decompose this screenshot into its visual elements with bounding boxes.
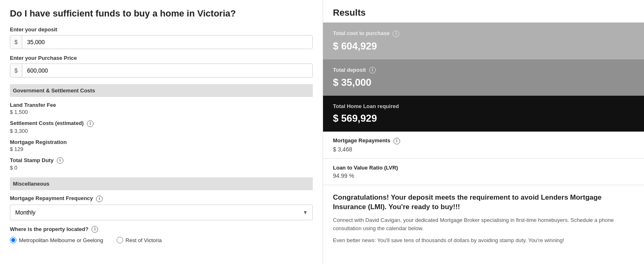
deposit-prefix: $ (10, 35, 22, 49)
location-metro-option[interactable]: Metropolitan Melbourne or Geelong (10, 237, 103, 243)
total-deposit-label: Total deposit i (333, 67, 634, 74)
lvr-detail: Loan to Value Ratio (LVR) 94.99 % (323, 159, 644, 185)
location-rest-radio[interactable] (117, 237, 123, 243)
home-loan-value: $ 569,929 (333, 113, 634, 124)
total-cost-value: $ 604,929 (333, 40, 634, 52)
repayment-freq-select-wrapper: Monthly Fortnightly Weekly ▼ (10, 205, 313, 220)
location-group: Where is the property located? i Metropo… (10, 226, 313, 244)
total-cost-box: Total cost to purchase i $ 604,929 (323, 23, 644, 59)
page-title: Do I have sufficient funds to buy a home… (10, 8, 313, 19)
home-loan-label: Total Home Loan required (333, 103, 634, 109)
deposit-input-row: $ (10, 35, 313, 49)
home-loan-box: Total Home Loan required $ 569,929 (323, 96, 644, 132)
purchase-prefix: $ (10, 64, 22, 77)
deposit-field-group: Enter your deposit $ (10, 26, 313, 49)
settlement-info-icon[interactable]: i (87, 120, 94, 127)
purchase-label: Enter your Purchase Price (10, 55, 313, 61)
misc-section-header: Miscellaneous (10, 177, 313, 190)
repayments-value: $ 3,468 (333, 146, 634, 153)
settlement-item: Settlement Costs (estimated) i $ 3,300 (10, 120, 313, 134)
govt-section-header: Government & Settlement Costs (10, 84, 313, 97)
land-transfer-label: Land Transfer Fee (10, 102, 313, 108)
location-rest-label: Rest of Victoria (126, 237, 162, 243)
deposit-input[interactable] (22, 35, 312, 49)
lvr-label: Loan to Value Ratio (LVR) (333, 165, 634, 171)
stamp-duty-label: Total Stamp Duty i (10, 157, 313, 164)
right-panel: Results Total cost to purchase i $ 604,9… (323, 0, 644, 264)
congrats-text1: Connect with David Cavigan, your dedicat… (333, 216, 634, 232)
land-transfer-item: Land Transfer Fee $ 1,500 (10, 102, 313, 115)
mortgage-reg-value: $ 129 (10, 146, 313, 152)
settlement-value: $ 3,300 (10, 128, 313, 134)
stamp-duty-item: Total Stamp Duty i $ 0 (10, 157, 313, 171)
total-deposit-value: $ 35,000 (333, 77, 634, 88)
left-panel: Do I have sufficient funds to buy a home… (0, 0, 323, 264)
settlement-label: Settlement Costs (estimated) i (10, 120, 313, 127)
mortgage-reg-item: Mortgage Registration $ 129 (10, 139, 313, 152)
purchase-field-group: Enter your Purchase Price $ (10, 55, 313, 78)
repayment-freq-info-icon[interactable]: i (96, 196, 103, 202)
repayment-freq-label: Mortgage Repayment Frequency i (10, 195, 313, 202)
mortgage-reg-label: Mortgage Registration (10, 139, 313, 145)
repayments-label: Mortgage Repayments i (333, 137, 634, 144)
repayment-freq-select[interactable]: Monthly Fortnightly Weekly (10, 205, 313, 220)
purchase-input-row: $ (10, 64, 313, 78)
location-rest-option[interactable]: Rest of Victoria (117, 237, 162, 243)
stamp-duty-value: $ 0 (10, 165, 313, 171)
total-cost-info-icon[interactable]: i (393, 31, 399, 37)
total-deposit-info-icon[interactable]: i (369, 67, 376, 73)
location-metro-radio[interactable] (10, 237, 16, 243)
congrats-title: Congratulations! Your deposit meets the … (333, 193, 634, 212)
location-label: Where is the property located? i (10, 226, 313, 233)
results-title: Results (323, 0, 644, 23)
repayments-info-icon[interactable]: i (393, 138, 400, 144)
location-info-icon[interactable]: i (91, 226, 98, 233)
purchase-input[interactable] (22, 64, 312, 77)
congrats-text2: Even better news: You'll save tens of th… (333, 236, 634, 245)
repayments-detail: Mortgage Repayments i $ 3,468 (323, 132, 644, 159)
total-deposit-box: Total deposit i $ 35,000 (323, 59, 644, 96)
congrats-box: Congratulations! Your deposit meets the … (323, 185, 644, 256)
repayment-freq-group: Mortgage Repayment Frequency i Monthly F… (10, 195, 313, 220)
stamp-duty-info-icon[interactable]: i (57, 157, 63, 164)
deposit-label: Enter your deposit (10, 26, 313, 33)
total-cost-label: Total cost to purchase i (333, 30, 634, 37)
lvr-value: 94.99 % (333, 172, 634, 179)
land-transfer-value: $ 1,500 (10, 109, 313, 115)
location-metro-label: Metropolitan Melbourne or Geelong (19, 237, 103, 243)
location-radio-group: Metropolitan Melbourne or Geelong Rest o… (10, 237, 313, 243)
